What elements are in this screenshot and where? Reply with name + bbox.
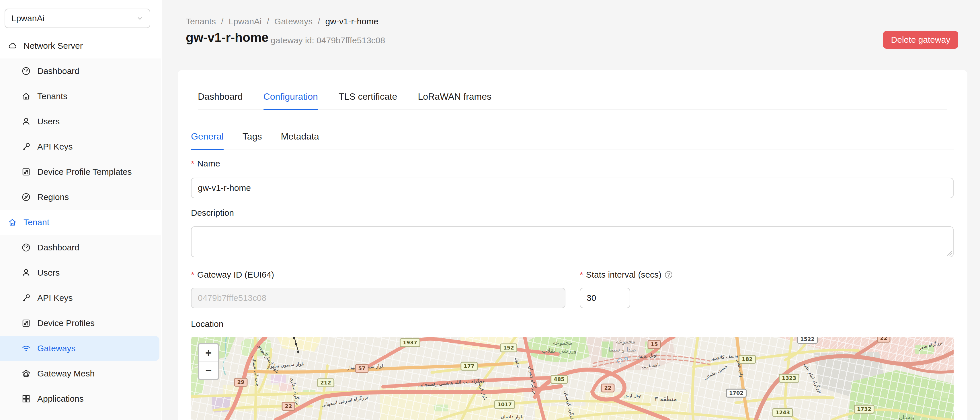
stats-interval-input[interactable] [580, 288, 630, 308]
user-icon [21, 268, 31, 277]
wifi-icon [21, 344, 31, 353]
location-map[interactable]: بلوار سیمون بولیواربلوار سیمون بولیواربز… [191, 337, 954, 420]
sidebar-menu: Network ServerDashboardTenantsUsersAPI K… [0, 33, 161, 420]
road-shield-212: 212 [317, 379, 334, 387]
subtab-general[interactable]: General [191, 123, 224, 149]
road-shield-22: 22 [282, 402, 295, 411]
gateway-card: DashboardConfigurationTLS certificateLoR… [178, 70, 967, 420]
breadcrumb-separator: / [318, 17, 320, 26]
sliders-icon [21, 318, 31, 328]
map-street-label: مجموعه [553, 339, 572, 346]
road-shield-1017: 1017 [494, 400, 515, 409]
stats-interval-label: * Stats interval (secs) [580, 270, 673, 280]
map-street-label: صدا و سیما [608, 346, 636, 353]
user-icon [21, 117, 31, 126]
sidebar: LpwanAi Network ServerDashboardTenantsUs… [0, 0, 162, 420]
sidebar-item-gateways[interactable]: Gateways [0, 336, 159, 361]
description-textarea[interactable] [191, 226, 954, 257]
gateway-id-input [191, 288, 565, 308]
map-street-label: منطقه ۳ [655, 395, 677, 403]
gateway-id-label: * Gateway ID (EUI64) [191, 270, 274, 280]
map-zoom-control: + − [198, 343, 219, 380]
road-shield-1732: 1732 [854, 405, 875, 414]
map-street-label: بوستان [899, 414, 914, 420]
description-label: Description [191, 208, 234, 218]
name-input[interactable] [191, 178, 954, 198]
sidebar-submenu-network-server: DashboardTenantsUsersAPI KeysDevice Prof… [0, 59, 161, 210]
home-icon [21, 91, 31, 101]
sidebar-submenu-tenant: DashboardUsersAPI KeysDevice ProfilesGat… [0, 235, 161, 420]
sidebar-item-applications[interactable]: Applications [0, 386, 161, 411]
gateway-id-subtitle: gateway id: 0479b7fffe513c08 [270, 35, 385, 45]
required-asterisk: * [580, 270, 583, 280]
sidebar-item-regions[interactable]: Regions [0, 184, 161, 210]
key-icon [21, 293, 31, 303]
breadcrumb-separator: / [267, 17, 269, 26]
sidebar-group-tenant[interactable]: Tenant [0, 210, 161, 235]
required-asterisk: * [191, 159, 194, 168]
sidebar-item-dashboard[interactable]: Dashboard [0, 59, 161, 84]
textarea-resize-handle[interactable] [947, 250, 953, 256]
road-shield-22: 22 [601, 384, 614, 393]
road-shield-1522: 1522 [797, 337, 818, 344]
sidebar-item-device-profile-templates[interactable]: Device Profile Templates [0, 159, 161, 184]
sidebar-item-api-keys[interactable]: API Keys [0, 285, 161, 311]
road-shield-485: 485 [550, 375, 568, 384]
zoom-out-button[interactable]: − [199, 361, 218, 379]
page-title: gw-v1-r-home [186, 30, 268, 45]
subtab-tags[interactable]: Tags [243, 123, 262, 149]
breadcrumb-item-gw-v1-r-home: gw-v1-r-home [325, 17, 379, 26]
tab-dashboard[interactable]: Dashboard [198, 84, 243, 109]
config-subtabs: GeneralTagsMetadata [191, 123, 954, 150]
cloud-icon [8, 41, 17, 51]
sidebar-item-api-keys[interactable]: API Keys [0, 134, 161, 159]
tab-configuration[interactable]: Configuration [264, 84, 318, 109]
required-asterisk: * [191, 270, 194, 280]
breadcrumb-item-tenants[interactable]: Tenants [186, 17, 216, 26]
breadcrumb-item-lpwanai[interactable]: LpwanAi [229, 17, 261, 26]
sidebar-item-tenants[interactable]: Tenants [0, 84, 161, 109]
question-circle-icon[interactable] [664, 271, 673, 279]
appstore-icon [21, 394, 31, 404]
map-street-label: ورزشی انقلاب [542, 347, 577, 354]
road-shield-177: 177 [460, 362, 478, 371]
gateway-configuration-page: LpwanAi Network ServerDashboardTenantsUs… [0, 0, 980, 420]
zoom-in-button[interactable]: + [199, 344, 218, 361]
road-shield-1323: 1323 [779, 374, 799, 383]
gauge-icon [21, 66, 31, 76]
organization-select-value: LpwanAi [11, 13, 45, 23]
gauge-icon [21, 242, 31, 252]
map-street-label: تونل آرش [624, 393, 641, 398]
mesh-icon [21, 369, 31, 379]
chevron-down-icon [136, 14, 144, 22]
tab-tls-certificate[interactable]: TLS certificate [339, 84, 398, 109]
map-street-label: بلوار دادمان [501, 414, 523, 419]
road-shield-182: 182 [738, 355, 756, 364]
key-icon [21, 142, 31, 152]
sliders-icon [21, 167, 31, 177]
sidebar-item-users[interactable]: Users [0, 260, 161, 285]
name-label: * Name [191, 159, 220, 168]
delete-gateway-button[interactable]: Delete gateway [883, 31, 958, 49]
home-icon [8, 217, 17, 227]
organization-select[interactable]: LpwanAi [5, 9, 150, 28]
sidebar-item-device-profiles[interactable]: Device Profiles [0, 311, 161, 336]
breadcrumb-separator: / [221, 17, 223, 26]
breadcrumb: Tenants/LpwanAi/Gateways/gw-v1-r-home [186, 17, 379, 26]
road-shield-152: 152 [500, 344, 517, 352]
road-shield-1702: 1702 [726, 389, 747, 398]
sidebar-item-users[interactable]: Users [0, 109, 161, 134]
road-shield-29: 29 [234, 378, 247, 387]
road-shield-1937: 1937 [400, 338, 420, 347]
breadcrumb-item-gateways[interactable]: Gateways [274, 17, 312, 26]
sidebar-item-gateway-mesh[interactable]: Gateway Mesh [0, 361, 161, 386]
main-tabs: DashboardConfigurationTLS certificateLoR… [198, 84, 947, 110]
tab-lorawan-frames[interactable]: LoRaWAN frames [418, 84, 492, 109]
map-street-label: مجموعه [616, 338, 635, 345]
sidebar-item-dashboard[interactable]: Dashboard [0, 235, 161, 260]
subtab-metadata[interactable]: Metadata [281, 123, 319, 149]
road-shield-22: 22 [877, 337, 890, 342]
road-shield-1243: 1243 [772, 408, 793, 417]
compass-icon [21, 192, 31, 202]
sidebar-group-network-server[interactable]: Network Server [0, 33, 161, 59]
